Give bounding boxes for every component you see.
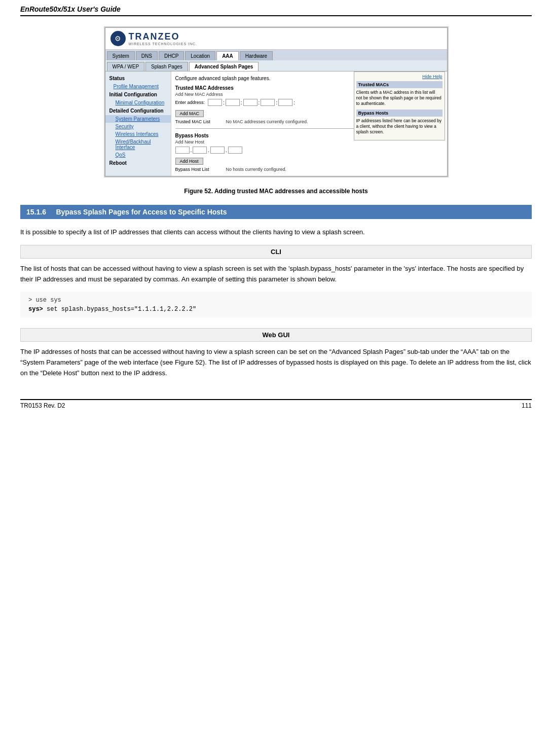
- sidebar-item-wireless-interfaces[interactable]: Wireless Interfaces: [105, 130, 171, 138]
- sidebar-item-minimal-config[interactable]: Minimal Configuration: [105, 99, 171, 106]
- ip-input-row: . . .: [175, 147, 443, 154]
- sim-browser: ⚙ TRANZEO WIRELESS TECHNOLOGIES INC. Sys…: [105, 27, 448, 176]
- tab-system[interactable]: System: [107, 51, 135, 60]
- section-title: Bypass Splash Pages for Access to Specif…: [56, 208, 227, 216]
- section-number: 15.1.6: [26, 208, 46, 216]
- sidebar-item-security[interactable]: Security: [105, 123, 171, 130]
- footer-page: 111: [522, 402, 532, 409]
- footer-company: TR0153 Rev. D2: [20, 402, 65, 409]
- mac-sep-1: :: [223, 100, 225, 105]
- ip-sep-2: .: [208, 148, 209, 153]
- mac-sep-5: :: [293, 100, 295, 105]
- code-line2-prefix: sys>: [28, 306, 47, 313]
- hide-help-button[interactable]: Hide Help: [356, 74, 443, 79]
- top-nav: System DNS DHCP Location AAA Hardware: [105, 50, 447, 60]
- brand-name: TRANZEO: [129, 31, 180, 42]
- cli-label: CLI: [20, 245, 532, 259]
- sidebar-item-qos[interactable]: QoS: [105, 151, 171, 159]
- tab-wpa-wep[interactable]: WPA / WEP: [107, 62, 145, 71]
- sidebar-item-detailed-config: Detailed Configuration: [105, 106, 171, 115]
- add-mac-button[interactable]: Add MAC: [175, 110, 204, 117]
- mac-field-3[interactable]: [243, 99, 257, 106]
- tab-hardware[interactable]: Hardware: [240, 51, 273, 60]
- sidebar-item-profile-management[interactable]: Profile Management: [105, 83, 171, 90]
- help-section-bypass-hosts: Bypass Hosts IP addresses listed here ca…: [356, 110, 443, 135]
- screenshot-container: ⚙ TRANZEO WIRELESS TECHNOLOGIES INC. Sys…: [104, 26, 449, 177]
- sidebar-item-status[interactable]: Status: [105, 74, 171, 83]
- page-header: EnRoute50x/51x User's Guide: [20, 5, 532, 16]
- ip-sep-3: .: [226, 148, 227, 153]
- figure-caption: Figure 52. Adding trusted MAC addresses …: [20, 188, 532, 195]
- tab-dns[interactable]: DNS: [136, 51, 158, 60]
- trusted-mac-list-value: No MAC addresses currently configured.: [226, 119, 308, 124]
- sidebar-item-wired-backhaul[interactable]: Wired/Backhaul Interface: [105, 138, 171, 151]
- help-bypass-hosts-text: IP addresses listed here can be accessed…: [356, 118, 443, 135]
- ip-field-4[interactable]: [228, 147, 242, 154]
- ip-field-2[interactable]: [193, 147, 207, 154]
- mac-field-2[interactable]: [226, 99, 240, 106]
- help-bypass-hosts-title: Bypass Hosts: [356, 110, 443, 117]
- section-heading: 15.1.6 Bypass Splash Pages for Access to…: [20, 205, 532, 219]
- tab-dhcp[interactable]: DHCP: [159, 51, 184, 60]
- sim-content: Status Profile Management Initial Config…: [105, 71, 447, 176]
- logo-icon-symbol: ⚙: [115, 34, 121, 43]
- bypass-host-list-value: No hosts currently configured.: [226, 167, 287, 172]
- help-section-trusted-macs: Trusted MACs Clients with a MAC address …: [356, 81, 443, 106]
- enter-address-label: Enter address:: [175, 100, 205, 105]
- help-trusted-macs-title: Trusted MACs: [356, 81, 443, 88]
- code-line-2: sys> set splash.bypass_hosts="1.1.1.1,2.…: [28, 305, 524, 314]
- cli-body-text: The list of hosts that can be accessed w…: [20, 264, 532, 285]
- body-paragraph-1: It is possible to specify a list of IP a…: [20, 227, 532, 238]
- tab-location[interactable]: Location: [185, 51, 215, 60]
- mac-sep-3: :: [259, 100, 260, 105]
- bypass-host-list-row: Bypass Host List No hosts currently conf…: [175, 167, 443, 172]
- sidebar: Status Profile Management Initial Config…: [105, 71, 171, 176]
- logo-icon: ⚙: [111, 31, 126, 46]
- ip-sep-1: .: [191, 148, 192, 153]
- tab-advanced-splash-pages[interactable]: Advanced Splash Pages: [189, 62, 259, 71]
- webgui-label: Web GUI: [20, 328, 532, 342]
- code-block: > use sys sys> set splash.bypass_hosts="…: [20, 292, 532, 318]
- help-trusted-macs-text: Clients with a MAC address in this list …: [356, 90, 443, 106]
- mac-sep-2: :: [241, 100, 242, 105]
- mac-field-1[interactable]: [208, 99, 222, 106]
- page-title: EnRoute50x/51x User's Guide: [20, 5, 121, 13]
- mac-sep-4: :: [276, 100, 277, 105]
- bypass-host-list-label: Bypass Host List: [175, 167, 221, 172]
- sidebar-item-initial-config: Initial Configuration: [105, 90, 171, 99]
- tab-splash-pages[interactable]: Splash Pages: [145, 62, 188, 71]
- webgui-body-text: The IP addresses of hosts that can be ac…: [20, 347, 532, 378]
- sub-nav: WPA / WEP Splash Pages Advanced Splash P…: [105, 60, 447, 71]
- brand-sub: WIRELESS TECHNOLOGIES INC.: [129, 42, 198, 46]
- logo-bar: ⚙ TRANZEO WIRELESS TECHNOLOGIES INC.: [105, 28, 447, 50]
- mac-field-4[interactable]: [261, 99, 275, 106]
- ip-field-1[interactable]: [175, 147, 190, 154]
- code-line2-cmd: set splash.bypass_hosts="1.1.1.1,2.2.2.2…: [47, 306, 196, 313]
- mac-field-5[interactable]: [278, 99, 292, 106]
- page-footer: TR0153 Rev. D2 111: [20, 399, 532, 409]
- trusted-mac-list-label: Trusted MAC List: [175, 119, 221, 124]
- sidebar-item-system-parameters[interactable]: System Parameters: [105, 115, 171, 123]
- tab-aaa[interactable]: AAA: [216, 51, 239, 60]
- ip-field-3[interactable]: [210, 147, 225, 154]
- main-panel: Configure advanced splash page features.…: [171, 71, 447, 176]
- help-box: Hide Help Trusted MACs Clients with a MA…: [354, 71, 445, 140]
- logo-text-block: TRANZEO WIRELESS TECHNOLOGIES INC.: [129, 31, 198, 46]
- code-line-1: > use sys: [28, 296, 524, 305]
- sidebar-item-reboot[interactable]: Reboot: [105, 159, 171, 167]
- add-host-button[interactable]: Add Host: [175, 158, 203, 165]
